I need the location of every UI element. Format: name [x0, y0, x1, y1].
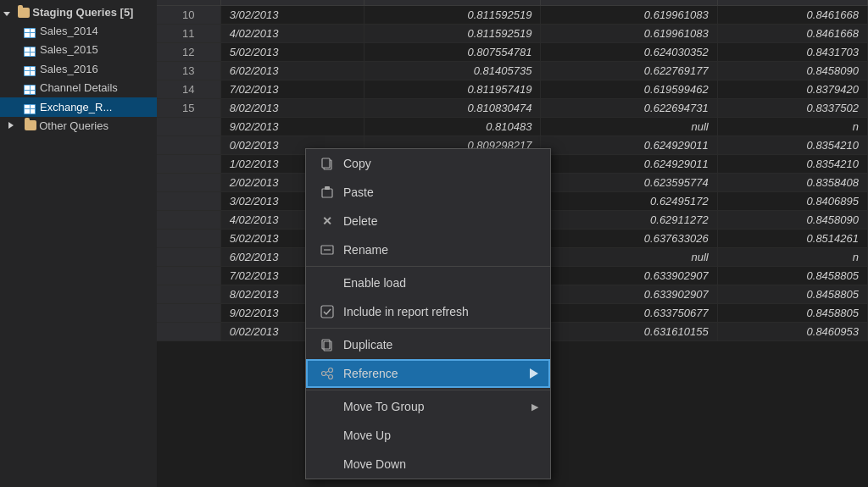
sidebar-item-channel-details[interactable]: Channel Details — [0, 79, 157, 98]
menu-item-label: Enable load — [343, 276, 538, 290]
duplicate-icon — [318, 335, 337, 354]
menu-item-include[interactable]: Include in report refresh — [306, 297, 550, 326]
menu-separator — [306, 266, 550, 267]
sidebar-item-label: Channel Details — [40, 81, 118, 94]
sidebar-item-other-queries[interactable]: Other Queries — [0, 117, 157, 135]
context-menu-overlay: Copy Paste ✕ Delete Rename Enable load I… — [157, 0, 868, 487]
menu-item-label: Move To Group — [343, 400, 531, 413]
main-content: 10 3/02/2013 0.811592519 0.619961083 0.8… — [157, 0, 868, 487]
table-icon — [24, 100, 36, 114]
sidebar-group-staging[interactable]: Staging Queries [5] — [0, 3, 157, 21]
sidebar-item-sales2015[interactable]: Sales_2015 — [0, 41, 157, 60]
menu-item-label: Move Down — [343, 457, 538, 471]
context-menu: Copy Paste ✕ Delete Rename Enable load I… — [305, 148, 551, 479]
sidebar-group-label: Staging Queries [5] — [32, 6, 133, 19]
svg-rect-6 — [321, 306, 333, 318]
menu-item-move_up[interactable]: Move Up — [306, 421, 550, 450]
menu-item-label: Duplicate — [343, 338, 538, 351]
delete-icon: ✕ — [318, 212, 337, 230]
svg-rect-1 — [322, 158, 330, 168]
menu-item-enable[interactable]: Enable load — [306, 268, 550, 297]
sidebar-item-label: Sales_2016 — [40, 63, 98, 75]
menu-item-delete[interactable]: ✕ Delete — [306, 207, 550, 235]
reference-icon — [318, 364, 337, 383]
table-icon — [24, 81, 36, 96]
enable-icon — [318, 274, 337, 292]
svg-rect-3 — [325, 186, 330, 190]
menu-item-label: Include in report refresh — [343, 305, 538, 318]
table-icon — [24, 24, 36, 38]
menu-item-paste[interactable]: Paste — [306, 178, 550, 207]
sidebar-item-label: Sales_2015 — [40, 43, 98, 56]
folder-icon — [18, 8, 30, 18]
sidebar-item-label: Exchange_R... — [40, 101, 112, 113]
rename-icon — [318, 241, 337, 259]
move_up-icon — [318, 426, 337, 445]
menu-item-move_to_group[interactable]: Move To Group ▶ — [306, 392, 550, 421]
svg-point-10 — [329, 368, 333, 373]
menu-item-label: Move Up — [343, 429, 538, 442]
menu-item-label: Paste — [343, 185, 538, 199]
move_to_group-icon — [318, 397, 337, 416]
menu-item-reference[interactable]: Reference — [306, 359, 550, 388]
svg-point-11 — [329, 375, 333, 379]
menu-separator — [306, 390, 550, 390]
sidebar-item-sales2014[interactable]: Sales_2014 — [0, 21, 157, 41]
sidebar-item-label: Sales_2014 — [40, 25, 98, 37]
menu-item-label: Reference — [343, 367, 523, 380]
folder-icon — [25, 120, 36, 130]
cursor-arrow — [530, 368, 538, 379]
include-icon — [318, 302, 337, 321]
svg-point-9 — [322, 372, 326, 376]
menu-item-copy[interactable]: Copy — [306, 149, 550, 178]
menu-item-label: Delete — [343, 214, 538, 228]
svg-line-12 — [326, 371, 329, 373]
arrow-right-icon — [8, 120, 17, 130]
sidebar: Staging Queries [5] Sales_2014 Sales_201… — [0, 0, 157, 487]
menu-item-move_down[interactable]: Move Down — [306, 450, 550, 479]
table-icon — [24, 62, 36, 76]
arrow-down-icon — [3, 8, 10, 18]
paste-icon — [318, 183, 337, 202]
menu-item-duplicate[interactable]: Duplicate — [306, 330, 550, 359]
menu-item-label: Rename — [343, 243, 538, 257]
svg-line-13 — [326, 374, 329, 376]
menu-item-rename[interactable]: Rename — [306, 235, 550, 264]
svg-rect-2 — [322, 189, 332, 197]
sidebar-item-sales2016[interactable]: Sales_2016 — [0, 59, 157, 79]
sidebar-item-label: Other Queries — [39, 119, 108, 132]
copy-icon — [318, 154, 337, 173]
menu-separator — [306, 328, 550, 329]
sidebar-item-exchange[interactable]: Exchange_R... — [0, 97, 157, 117]
submenu-arrow-icon: ▶ — [531, 401, 538, 412]
table-icon — [24, 43, 36, 58]
menu-item-label: Copy — [343, 157, 538, 170]
move_down-icon — [318, 455, 337, 473]
